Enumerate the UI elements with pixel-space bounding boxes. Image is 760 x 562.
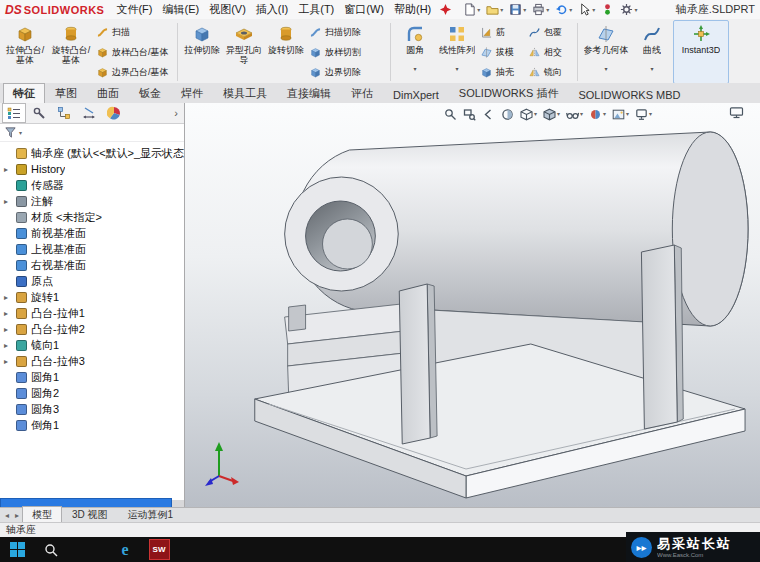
- fillet-button[interactable]: 圆角▾: [394, 20, 436, 84]
- select-icon[interactable]: ▾: [576, 2, 597, 18]
- view-settings-icon[interactable]: ▾: [634, 106, 653, 122]
- edge-icon[interactable]: e: [108, 537, 142, 562]
- tree-item[interactable]: ▸ 凸台-拉伸3: [0, 353, 184, 369]
- tab-scroll-right-icon[interactable]: ▸: [12, 511, 22, 520]
- tree-item[interactable]: ▸ 上视基准面: [0, 241, 184, 257]
- zoom-area-icon[interactable]: [462, 106, 477, 122]
- menu-item[interactable]: 文件(F): [111, 2, 157, 17]
- tree-item[interactable]: ▸ 旋转1: [0, 289, 184, 305]
- commandmanager-tab[interactable]: 特征: [3, 83, 45, 103]
- commandmanager-tab[interactable]: 评估: [341, 83, 383, 103]
- undo-icon[interactable]: ▾: [553, 2, 574, 18]
- extruded-boss-button[interactable]: 拉伸凸台/基体: [2, 20, 48, 84]
- commandmanager-tab[interactable]: 模具工具: [213, 83, 277, 103]
- expand-arrow-icon[interactable]: ▸: [4, 341, 12, 350]
- commandmanager-tab[interactable]: SOLIDWORKS MBD: [568, 86, 690, 103]
- previous-view-icon[interactable]: [481, 106, 496, 122]
- tree-item[interactable]: ▸ 镜向1: [0, 337, 184, 353]
- edit-appearance-icon[interactable]: ▾: [588, 106, 607, 122]
- bottom-tab[interactable]: 运动算例1: [118, 506, 184, 523]
- view-orientation-icon[interactable]: ▾: [519, 106, 538, 122]
- commandmanager-tab[interactable]: 直接编辑: [277, 83, 341, 103]
- filter-icon[interactable]: [4, 126, 17, 139]
- tree-item[interactable]: ▸ 前视基准面: [0, 225, 184, 241]
- reference-geometry-button[interactable]: 参考几何体▾: [581, 20, 631, 84]
- menu-item[interactable]: 帮助(H): [389, 2, 436, 17]
- start-icon[interactable]: [0, 537, 34, 562]
- expand-arrow-icon[interactable]: ▸: [4, 197, 12, 206]
- instant3d-button[interactable]: Instant3D: [673, 20, 729, 84]
- tree-item[interactable]: ▸ 倒角1: [0, 417, 184, 433]
- solidworks-taskbar-icon[interactable]: SW: [142, 537, 176, 562]
- apply-scene-icon[interactable]: ▾: [611, 106, 630, 122]
- commandmanager-tab[interactable]: 钣金: [129, 83, 171, 103]
- flyout-expand-icon[interactable]: ›: [170, 107, 182, 119]
- tree-item[interactable]: ▸ 材质 <未指定>: [0, 209, 184, 225]
- commandmanager-tab[interactable]: 曲面: [87, 83, 129, 103]
- open-icon[interactable]: ▾: [484, 2, 505, 18]
- revolved-boss-button[interactable]: 旋转凸台/基体: [48, 20, 94, 84]
- commandmanager-tab[interactable]: SOLIDWORKS 插件: [449, 83, 569, 103]
- tree-item[interactable]: ▸ 传感器: [0, 177, 184, 193]
- section-view-icon[interactable]: [500, 106, 515, 122]
- search-icon[interactable]: [34, 537, 68, 562]
- tree-item[interactable]: ▸ 圆角3: [0, 401, 184, 417]
- menu-item[interactable]: 编辑(E): [158, 2, 205, 17]
- bottom-tab[interactable]: 3D 视图: [62, 506, 118, 523]
- fullscreen-icon[interactable]: [729, 106, 744, 119]
- configurationmanager-tab-icon[interactable]: [52, 103, 76, 123]
- curves-button[interactable]: 曲线▾: [631, 20, 673, 84]
- swept-cut-button[interactable]: 扫描切除: [309, 24, 385, 40]
- save-icon[interactable]: ▾: [507, 2, 528, 18]
- tree-item[interactable]: ▸ 圆角2: [0, 385, 184, 401]
- propertymanager-tab-icon[interactable]: [27, 103, 51, 123]
- tree-item[interactable]: ▸ 轴承座 (默认<<默认>_显示状态 1>): [0, 145, 184, 161]
- draft-button[interactable]: 拔模: [480, 44, 524, 60]
- commandmanager-tab[interactable]: 焊件: [171, 83, 213, 103]
- mirror-button[interactable]: 镜向: [528, 64, 572, 80]
- expand-arrow-icon[interactable]: ▸: [4, 309, 12, 318]
- filter-caret-icon[interactable]: ▾: [19, 130, 22, 136]
- display-style-icon[interactable]: ▾: [542, 106, 561, 122]
- expand-arrow-icon[interactable]: ▸: [4, 165, 12, 174]
- zoom-fit-icon[interactable]: [443, 106, 458, 122]
- menu-item[interactable]: 插入(I): [251, 2, 293, 17]
- lofted-cut-button[interactable]: 放样切割: [309, 44, 385, 60]
- rebuild-icon[interactable]: [599, 2, 616, 18]
- swept-boss-button[interactable]: 扫描: [96, 24, 172, 40]
- hide-show-items-icon[interactable]: ▾: [565, 106, 584, 122]
- tree-item[interactable]: ▸ 圆角1: [0, 369, 184, 385]
- tab-scroll-left-icon[interactable]: ◂: [2, 511, 12, 520]
- lofted-boss-button[interactable]: 放样凸台/基体: [96, 44, 172, 60]
- expand-arrow-icon[interactable]: ▸: [4, 357, 12, 366]
- wrap-button[interactable]: 包覆: [528, 24, 572, 40]
- intersect-button[interactable]: 相交: [528, 44, 572, 60]
- commandmanager-tab[interactable]: DimXpert: [383, 86, 449, 103]
- tree-item[interactable]: ▸ 注解: [0, 193, 184, 209]
- linear-pattern-button[interactable]: 线性阵列▾: [436, 20, 478, 84]
- hole-wizard-button[interactable]: 异型孔向导: [223, 20, 265, 84]
- menu-item[interactable]: 窗口(W): [339, 2, 389, 17]
- tree-item[interactable]: ▸ History: [0, 161, 184, 177]
- new-document-icon[interactable]: ▾: [461, 2, 482, 18]
- expand-arrow-icon[interactable]: ▸: [4, 293, 12, 302]
- boundary-cut-button[interactable]: 边界切除: [309, 64, 385, 80]
- expand-arrow-icon[interactable]: ▸: [4, 325, 12, 334]
- rib-button[interactable]: 筋: [480, 24, 524, 40]
- tree-item[interactable]: ▸ 凸台-拉伸1: [0, 305, 184, 321]
- extruded-cut-button[interactable]: 拉伸切除: [181, 20, 223, 84]
- menu-item[interactable]: 工具(T): [293, 2, 339, 17]
- revolved-cut-button[interactable]: 旋转切除: [265, 20, 307, 84]
- dimxpertmanager-tab-icon[interactable]: [77, 103, 101, 123]
- tree-item[interactable]: ▸ 右视基准面: [0, 257, 184, 273]
- menu-item[interactable]: 视图(V): [204, 2, 251, 17]
- displaymanager-tab-icon[interactable]: [102, 103, 126, 123]
- tree-item[interactable]: ▸ 凸台-拉伸2: [0, 321, 184, 337]
- tree-item[interactable]: ▸ 原点: [0, 273, 184, 289]
- boundary-boss-button[interactable]: 边界凸台/基体: [96, 64, 172, 80]
- pin-icon[interactable]: [437, 2, 454, 18]
- shell-button[interactable]: 抽壳: [480, 64, 524, 80]
- print-icon[interactable]: ▾: [530, 2, 551, 18]
- options-icon[interactable]: ▾: [618, 2, 639, 18]
- commandmanager-tab[interactable]: 草图: [45, 83, 87, 103]
